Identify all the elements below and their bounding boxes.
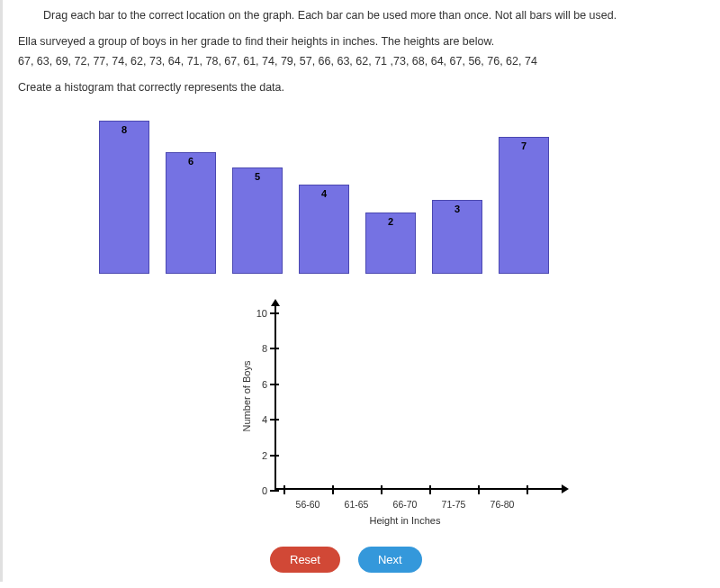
draggable-bar-3[interactable]: 3: [432, 200, 482, 274]
y-tick: [270, 384, 279, 385]
x-tick: [526, 485, 528, 494]
x-tick: [478, 485, 480, 494]
action-buttons: Reset Next: [270, 547, 702, 573]
reset-button[interactable]: Reset: [270, 547, 340, 573]
y-tick: [270, 455, 279, 457]
survey-description: Ella surveyed a group of boys in her gra…: [18, 35, 702, 48]
bar-label: 7: [500, 140, 548, 151]
bar-label: 8: [100, 124, 148, 135]
y-tick: [270, 348, 279, 349]
x-axis-label: Height in Inches: [234, 515, 576, 526]
x-category-label: 76-80: [490, 499, 515, 510]
bar-label: 2: [366, 216, 415, 227]
draggable-bar-7[interactable]: 7: [499, 137, 549, 274]
y-tick: [270, 312, 279, 314]
x-category-label: 71-75: [442, 499, 466, 510]
y-tick-label: 4: [248, 414, 267, 425]
y-tick-label: 6: [248, 379, 267, 390]
y-tick-label: 2: [248, 450, 267, 461]
bar-label: 3: [433, 204, 482, 214]
y-tick: [270, 419, 279, 421]
x-tick: [429, 485, 431, 494]
x-tick: [284, 485, 285, 494]
x-tick: [332, 485, 334, 494]
x-category-label: 56-60: [296, 499, 320, 510]
bar-label: 6: [166, 156, 215, 167]
draggable-bar-6[interactable]: 6: [166, 152, 216, 274]
next-button[interactable]: Next: [358, 547, 422, 573]
x-tick: [381, 485, 382, 494]
y-tick-label: 10: [248, 308, 267, 319]
data-values: 67, 63, 69, 72, 77, 74, 62, 73, 64, 71, …: [18, 55, 702, 68]
x-category-label: 61-65: [345, 499, 369, 510]
create-instruction: Create a histogram that correctly repres…: [18, 81, 702, 94]
x-axis-arrow-icon: [562, 484, 569, 493]
draggable-bar-2[interactable]: 2: [365, 213, 416, 274]
x-category-label: 66-70: [393, 499, 418, 510]
y-tick-label: 8: [248, 343, 267, 354]
draggable-bar-4[interactable]: 4: [299, 185, 349, 274]
bar-label: 5: [233, 171, 282, 182]
drag-instruction: Drag each bar to the correct location on…: [43, 9, 702, 22]
draggable-bar-5[interactable]: 5: [232, 167, 283, 274]
y-tick-label: 0: [248, 485, 267, 496]
exercise-page: Drag each bar to the correct location on…: [0, 0, 720, 582]
left-rail: [0, 0, 3, 582]
y-tick: [270, 490, 279, 492]
histogram-chart: Number of Boys 0246810 56-6061-6566-7071…: [234, 296, 576, 530]
draggable-bar-8[interactable]: 8: [99, 121, 149, 274]
x-axis-line: [274, 488, 562, 490]
bar-label: 4: [300, 188, 348, 199]
bar-bank: 8654237: [99, 112, 702, 274]
y-axis-line: [274, 305, 276, 490]
